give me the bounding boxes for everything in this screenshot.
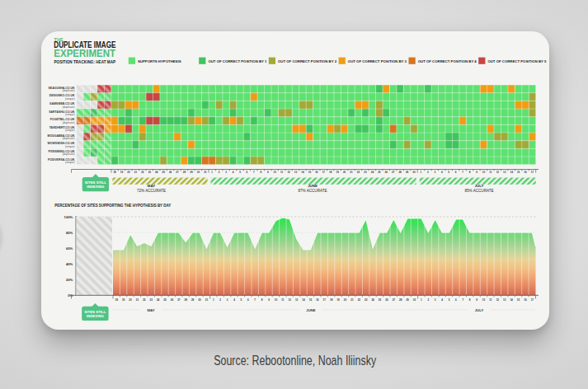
svg-text:27: 27 [177,298,181,302]
svg-text:OUT OF CORRECT POSITION BY 1: OUT OF CORRECT POSITION BY 1 [208,59,267,63]
svg-text:25: 25 [379,298,382,302]
svg-text:13: 13 [503,171,506,174]
svg-text:28: 28 [398,171,402,174]
svg-text:18: 18 [330,298,333,302]
svg-text:23: 23 [148,171,152,174]
svg-text:30: 30 [198,298,201,302]
svg-text:(unique): (unique) [65,113,75,116]
svg-text:6: 6 [455,298,457,302]
svg-text:4: 4 [233,298,235,302]
svg-text:JULY: JULY [475,184,484,188]
svg-text:22: 22 [141,171,144,174]
svg-text:26: 26 [385,298,388,302]
svg-text:11: 11 [280,171,284,174]
svg-text:9: 9 [268,298,270,302]
svg-text:60%: 60% [66,246,73,251]
svg-text:29: 29 [190,171,193,174]
svg-text:8: 8 [260,171,261,174]
svg-text:23: 23 [150,298,153,302]
svg-text:21: 21 [136,298,139,302]
svg-text:14: 14 [301,171,304,174]
svg-text:(duplicate): (duplicate) [63,152,75,156]
svg-text:25: 25 [378,171,381,174]
svg-text:3: 3 [227,298,228,302]
svg-text:24: 24 [371,298,374,302]
svg-text:(unique): (unique) [65,129,75,132]
svg-text:22: 22 [357,171,360,174]
svg-text:25: 25 [163,298,167,302]
svg-text:22: 22 [143,298,146,302]
svg-text:19: 19 [122,298,125,302]
svg-text:5: 5 [239,171,241,174]
svg-text:2: 2 [427,298,429,302]
svg-text:16: 16 [524,298,527,302]
svg-text:18: 18 [329,171,332,174]
svg-text:22: 22 [358,298,361,302]
svg-text:17: 17 [531,298,534,302]
svg-text:24: 24 [155,171,158,174]
svg-text:24: 24 [371,171,374,174]
svg-text:6: 6 [247,171,248,174]
svg-text:18: 18 [115,298,119,302]
svg-text:80%: 80% [66,231,73,235]
svg-text:20: 20 [127,171,130,174]
svg-text:10: 10 [482,171,486,174]
svg-text:3: 3 [434,171,435,174]
svg-text:87% ACCURATE: 87% ACCURATE [298,189,327,193]
svg-text:10: 10 [274,171,277,174]
svg-text:25: 25 [162,171,166,174]
svg-text:9: 9 [476,298,477,302]
svg-text:21: 21 [350,171,353,174]
svg-text:17: 17 [322,171,326,174]
svg-text:INDEXING: INDEXING [87,185,105,189]
svg-text:27: 27 [393,298,396,302]
svg-text:(unique): (unique) [65,161,75,164]
svg-text:5: 5 [449,298,450,302]
svg-text:13: 13 [503,298,506,302]
svg-text:OUT OF CORRECT POSITION BY 4: OUT OF CORRECT POSITION BY 4 [418,59,477,63]
svg-text:1: 1 [421,298,422,302]
svg-text:26: 26 [385,171,388,174]
svg-text:17: 17 [531,171,534,174]
svg-text:(unique): (unique) [65,145,75,148]
svg-text:SUPPORTS HYPOTHESIS: SUPPORTS HYPOTHESIS [138,59,181,63]
svg-text:8: 8 [261,298,263,302]
svg-text:14: 14 [510,298,513,302]
svg-text:(unique): (unique) [65,97,75,101]
svg-text:15: 15 [309,298,313,302]
svg-text:30: 30 [412,171,416,174]
svg-text:10: 10 [275,298,278,302]
svg-text:20: 20 [344,298,347,302]
svg-text:7: 7 [253,171,255,174]
svg-text:13: 13 [295,298,299,302]
svg-text:15: 15 [308,171,312,174]
svg-text:2: 2 [219,171,220,174]
svg-text:(duplicate): (duplicate) [63,137,75,140]
svg-text:11: 11 [281,298,285,302]
svg-text:26: 26 [169,171,172,174]
svg-text:30: 30 [197,171,200,174]
svg-text:PERCENTAGE OF SITES SUPPORTING: PERCENTAGE OF SITES SUPPORTING THE HYPOT… [54,203,171,208]
svg-text:12: 12 [289,298,292,302]
svg-text:100%: 100% [64,215,73,219]
svg-text:27: 27 [176,171,179,174]
svg-text:23: 23 [365,298,368,302]
svg-text:24: 24 [157,298,160,302]
svg-text:23: 23 [364,171,367,174]
svg-text:8: 8 [469,171,471,174]
svg-text:29: 29 [406,298,409,302]
svg-text:15: 15 [517,298,520,302]
svg-text:30: 30 [413,298,416,302]
svg-text:11: 11 [489,298,492,302]
svg-text:20: 20 [343,171,346,174]
svg-text:27: 27 [392,171,395,174]
svg-text:3: 3 [435,298,436,302]
svg-text:17: 17 [323,298,327,302]
svg-text:9: 9 [476,171,477,174]
svg-text:19: 19 [120,171,124,174]
svg-text:INDEXING: INDEXING [87,314,105,318]
svg-text:8: 8 [469,298,471,302]
svg-text:12: 12 [496,171,500,174]
svg-text:16: 16 [315,171,318,174]
svg-text:11: 11 [489,171,492,174]
